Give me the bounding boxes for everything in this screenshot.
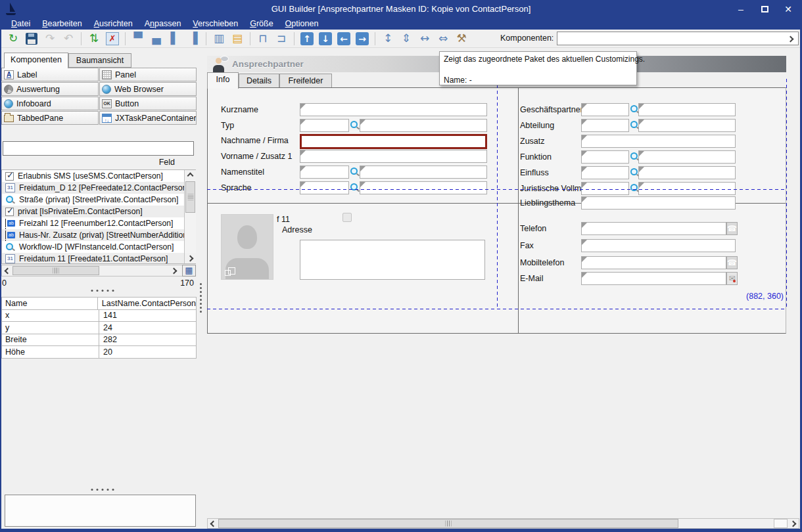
scroll-down-button[interactable]: [185, 253, 196, 263]
typ-lookup-icon[interactable]: [350, 120, 360, 131]
typ-code-input[interactable]: [300, 119, 349, 132]
send-email-button[interactable]: ✉: [726, 272, 738, 285]
menu-item[interactable]: Bearbeiten: [36, 18, 87, 30]
maximize-button[interactable]: [759, 3, 770, 15]
abteilung-code-input[interactable]: [581, 119, 629, 132]
komponenten-combobox[interactable]: [557, 32, 799, 45]
scroll-left-button[interactable]: [208, 519, 218, 528]
field-list-item[interactable]: Freidatum 11 [Freedate11.ContactPerson]: [2, 253, 184, 264]
resize-height-icon[interactable]: ↕: [380, 31, 396, 47]
grid-view-button[interactable]: ▦: [182, 265, 196, 277]
toolbar-separator[interactable]: [250, 32, 250, 45]
align-right-icon[interactable]: ▐: [185, 31, 201, 47]
delete-component-icon[interactable]: ✗: [106, 32, 119, 45]
telefon-input[interactable]: [581, 222, 726, 235]
field-list-item[interactable]: Freizahl 12 [Freenumber12.ContactPerson]: [2, 217, 184, 229]
field-list-horizontal-scrollbar[interactable]: [1, 265, 196, 277]
einfluss-code-input[interactable]: [581, 166, 629, 179]
design-horizontal-scrollbar[interactable]: [207, 518, 799, 529]
sprache-text-input[interactable]: [360, 181, 487, 194]
scroll-left-button[interactable]: [2, 265, 12, 276]
property-row[interactable]: y 24: [1, 322, 197, 334]
juristische-vollmacht-code-input[interactable]: [581, 182, 629, 195]
toolbar-separator[interactable]: [375, 32, 375, 45]
palette-item-label[interactable]: Label: [1, 68, 99, 81]
field-search-input[interactable]: [3, 141, 194, 156]
redo-icon[interactable]: ↷: [42, 31, 58, 47]
field-list-item[interactable]: Erlaubnis SMS [useSMS.ContactPerson]: [2, 170, 184, 182]
menu-item[interactable]: Optionen: [279, 18, 325, 30]
palette-item-tabbedpane[interactable]: TabbedPane: [1, 111, 99, 125]
scroll-right-button[interactable]: [168, 265, 179, 276]
tab-details[interactable]: Details: [239, 74, 279, 88]
resize-width-both-icon[interactable]: ⇔: [435, 31, 451, 47]
scroll-thumb[interactable]: [185, 181, 195, 213]
minimize-button[interactable]: –: [735, 3, 747, 15]
namenstitel-text-input[interactable]: [360, 166, 487, 179]
field-list-item[interactable]: Haus-Nr. Zusatz (privat) [StreetNumberAd…: [2, 229, 184, 241]
tab-baumansicht[interactable]: Baumansicht: [68, 53, 131, 68]
property-row[interactable]: Höhe 20: [1, 346, 197, 359]
tab-info[interactable]: Info: [207, 72, 239, 89]
center-horizontal-icon[interactable]: ▥: [211, 31, 227, 47]
funktion-text-input[interactable]: [638, 150, 736, 164]
address-checkbox[interactable]: [342, 213, 352, 222]
toolbar-separator[interactable]: [206, 32, 206, 45]
menu-item[interactable]: Anpassen: [139, 18, 187, 30]
sprache-code-input[interactable]: [300, 181, 349, 194]
palette-item-button[interactable]: Button: [99, 97, 197, 110]
zusatz-input[interactable]: [581, 135, 736, 148]
scroll-thumb[interactable]: [12, 266, 99, 275]
menu-item[interactable]: Datei: [5, 18, 36, 30]
scroll-up-button[interactable]: [185, 170, 196, 181]
juristische-vollmacht-text-input[interactable]: [638, 182, 736, 195]
align-bottom-icon[interactable]: ▄: [149, 31, 164, 47]
funktion-code-input[interactable]: [581, 150, 629, 164]
customize-icon[interactable]: ⚒: [454, 31, 469, 47]
geschaeftspartner-code-input[interactable]: [581, 103, 629, 116]
namenstitel-lookup-icon[interactable]: [350, 167, 360, 177]
vorname-zusatz-input[interactable]: [300, 150, 487, 163]
match-height-icon[interactable]: ⊐: [273, 31, 289, 47]
nachname-firma-input-selected[interactable]: [300, 134, 487, 149]
fax-input[interactable]: [581, 239, 736, 252]
tab-freifelder[interactable]: Freifelder: [279, 74, 332, 88]
horizontal-splitter[interactable]: [91, 489, 114, 491]
dial-phone-button[interactable]: ☎: [726, 222, 738, 235]
palette-item-infoboard[interactable]: Infoboard: [1, 97, 99, 110]
toolbar-separator[interactable]: [125, 32, 126, 45]
toolbar-separator[interactable]: [81, 32, 82, 45]
palette-item-auswertung[interactable]: Auswertung: [1, 82, 99, 96]
align-top-icon[interactable]: ▀: [130, 31, 146, 47]
align-left-icon[interactable]: ▌: [167, 31, 183, 47]
menu-item[interactable]: Verschieben: [187, 18, 244, 30]
move-left-icon[interactable]: ←: [337, 32, 350, 45]
email-input[interactable]: [581, 272, 726, 285]
match-width-icon[interactable]: ⊓: [255, 31, 271, 47]
adresse-textarea[interactable]: [300, 240, 485, 280]
tab-komponenten[interactable]: Komponenten: [4, 53, 68, 68]
toolbar-separator[interactable]: [294, 32, 295, 45]
field-list-vertical-scrollbar[interactable]: [184, 170, 196, 263]
scroll-thumb[interactable]: [218, 519, 678, 528]
property-row[interactable]: Breite 282: [1, 334, 197, 347]
reorder-icon[interactable]: ⇅: [86, 31, 102, 47]
center-vertical-icon[interactable]: ▤: [229, 31, 245, 47]
close-button[interactable]: ✕: [782, 3, 794, 15]
menu-item[interactable]: Größe: [244, 18, 279, 30]
menu-item[interactable]: Ausrichten: [88, 18, 139, 30]
resize-height-both-icon[interactable]: ⇕: [398, 31, 414, 47]
resize-width-icon[interactable]: ↔: [417, 31, 433, 47]
abteilung-text-input[interactable]: [638, 119, 736, 132]
field-list-item[interactable]: Workflow-ID [WFInstanceId.ContactPerson]: [2, 241, 184, 253]
vertical-splitter[interactable]: [200, 283, 202, 313]
move-up-icon[interactable]: ↑: [300, 32, 314, 45]
namenstitel-code-input[interactable]: [300, 166, 349, 179]
dial-mobile-button[interactable]: ☎: [726, 256, 738, 269]
save-icon[interactable]: [26, 33, 37, 45]
horizontal-splitter[interactable]: [91, 290, 114, 292]
undo-icon[interactable]: ↶: [60, 31, 76, 47]
mobiltelefon-input[interactable]: [581, 256, 726, 269]
scroll-right-button[interactable]: [788, 519, 799, 528]
move-down-icon[interactable]: ↓: [319, 32, 332, 45]
